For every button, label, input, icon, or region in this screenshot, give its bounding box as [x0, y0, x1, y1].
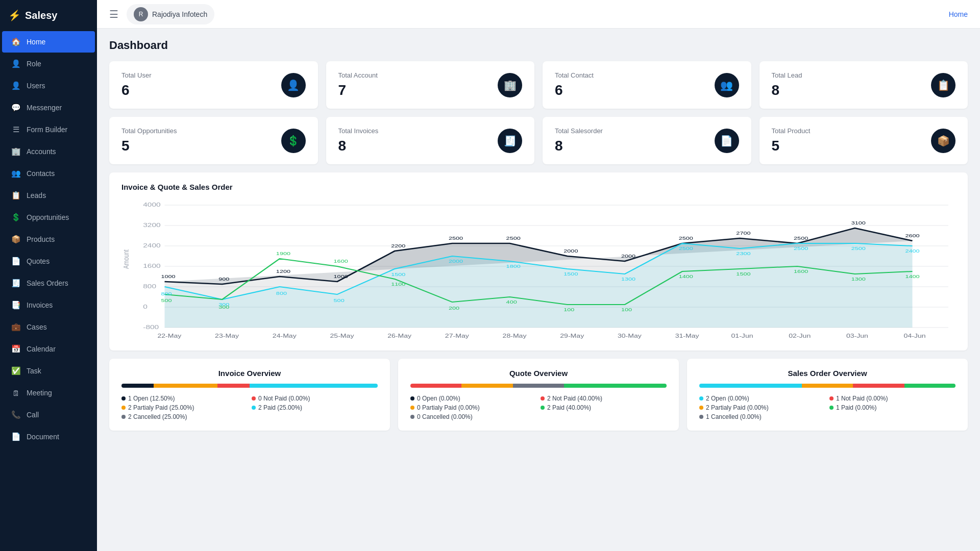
svg-text:02-Jun: 02-Jun: [789, 333, 811, 339]
overview-card-0: Invoice Overview 1 Open (12.50%) 0 Not P…: [109, 359, 390, 431]
overview-title-2: Sales Order Overview: [699, 369, 955, 378]
svg-text:22-May: 22-May: [157, 333, 182, 339]
legend-text: 2 Open (0.00%): [706, 395, 749, 402]
sidebar-label-sales-orders: Sales Orders: [27, 279, 68, 287]
sidebar-label-document: Document: [27, 433, 59, 441]
svg-text:1600: 1600: [143, 263, 160, 269]
stat-card-2: Total Contact 6 👥: [543, 61, 751, 109]
sidebar-label-meeting: Meeting: [27, 389, 52, 397]
quotes-icon: 📄: [11, 257, 20, 266]
legend-text: 2 Paid (40.00%): [547, 404, 591, 411]
sidebar-item-products[interactable]: 📦 Products: [2, 229, 95, 250]
legend-dot: [121, 396, 126, 400]
svg-text:26-May: 26-May: [387, 333, 412, 339]
overview-bar-0: [121, 384, 378, 388]
sidebar-item-task[interactable]: ✅ Task: [2, 360, 95, 382]
bar-segment: [121, 384, 154, 388]
sidebar-item-calendar[interactable]: 📅 Calendar: [2, 338, 95, 360]
svg-text:3200: 3200: [143, 222, 160, 228]
sidebar-item-invoices[interactable]: 📑 Invoices: [2, 294, 95, 316]
legend-item: 2 Paid (25.00%): [252, 404, 378, 411]
legend-dot: [829, 406, 834, 410]
legend-dot: [121, 415, 126, 419]
sidebar-item-quotes[interactable]: 📄 Quotes: [2, 251, 95, 272]
sidebar-item-role[interactable]: 👤 Role: [2, 53, 95, 74]
sidebar-item-contacts[interactable]: 👥 Contacts: [2, 163, 95, 184]
header: ☰ R Rajodiya Infotech Home: [97, 0, 980, 29]
legend-item: 2 Not Paid (40.00%): [541, 395, 667, 402]
legend-text: 1 Paid (0.00%): [836, 404, 876, 411]
chart-section: Invoice & Quote & Sales Order 4000 3200 …: [109, 172, 968, 350]
stat-label-4: Total Opportunities: [121, 127, 177, 135]
menu-icon[interactable]: ☰: [109, 8, 118, 20]
svg-text:31-May: 31-May: [675, 333, 700, 339]
stat-value-5: 8: [338, 138, 379, 154]
bar-segment: [410, 384, 461, 388]
legend-dot: [699, 396, 703, 400]
bar-segment: [217, 384, 250, 388]
svg-text:2700: 2700: [736, 231, 750, 236]
sidebar-label-quotes: Quotes: [27, 257, 50, 265]
sidebar-item-sales-orders[interactable]: 🧾 Sales Orders: [2, 272, 95, 294]
svg-text:27-May: 27-May: [445, 333, 470, 339]
stat-info-7: Total Product 5: [772, 127, 811, 154]
bar-segment: [250, 384, 378, 388]
legend-dot: [699, 406, 703, 410]
sidebar-item-cases[interactable]: 💼 Cases: [2, 316, 95, 338]
svg-text:2500: 2500: [794, 246, 808, 251]
stat-card-6: Total Salesorder 8 📄: [543, 117, 751, 164]
sidebar-item-accounts[interactable]: 🏢 Accounts: [2, 141, 95, 162]
sidebar-item-form-builder[interactable]: ☰ Form Builder: [2, 119, 95, 140]
svg-text:800: 800: [161, 291, 172, 296]
svg-text:1500: 1500: [391, 272, 405, 277]
form-builder-icon: ☰: [11, 125, 20, 134]
legend-dot: [410, 406, 414, 410]
legend-item: 0 Cancelled (0.00%): [410, 413, 536, 420]
stat-card-4: Total Opportunities 5 💲: [109, 117, 318, 164]
svg-text:2500: 2500: [679, 246, 693, 251]
sidebar-item-users[interactable]: 👤 Users: [2, 75, 95, 96]
overview-grid: Invoice Overview 1 Open (12.50%) 0 Not P…: [109, 359, 968, 431]
overview-bar-2: [699, 384, 955, 388]
legend-text: 2 Cancelled (25.00%): [128, 413, 187, 420]
legend-item: 2 Cancelled (25.00%): [121, 413, 248, 420]
stat-card-3: Total Lead 8 📋: [760, 61, 968, 109]
svg-text:-800: -800: [143, 324, 159, 330]
stat-value-3: 8: [772, 82, 802, 98]
sidebar-item-opportunities[interactable]: 💲 Opportunities: [2, 207, 95, 228]
svg-text:2400: 2400: [905, 248, 919, 254]
bar-segment: [853, 384, 904, 388]
overview-legend-2: 2 Open (0.00%) 1 Not Paid (0.00%) 2 Part…: [699, 395, 955, 420]
svg-text:500: 500: [161, 298, 172, 303]
sidebar-item-document[interactable]: 📄 Document: [2, 426, 95, 447]
svg-text:24-May: 24-May: [273, 333, 297, 339]
sales-orders-icon: 🧾: [11, 279, 20, 288]
accounts-icon: 🏢: [11, 147, 20, 156]
stat-value-6: 8: [555, 138, 603, 154]
svg-text:2500: 2500: [449, 236, 463, 241]
sidebar-nav: 🏠 Home 👤 Role 👤 Users 💬 Messenger ☰ Form…: [0, 31, 97, 448]
svg-text:2500: 2500: [506, 236, 521, 241]
svg-text:Amount: Amount: [121, 249, 130, 269]
legend-dot: [121, 406, 126, 410]
stat-icon-7: 📦: [931, 129, 955, 153]
bar-segment: [513, 384, 564, 388]
task-icon: ✅: [11, 366, 20, 375]
legend-item: 2 Paid (40.00%): [541, 404, 667, 411]
org-avatar: R: [134, 7, 148, 21]
sidebar-item-meeting[interactable]: 🗓 Meeting: [2, 382, 95, 404]
sidebar-item-leads[interactable]: 📋 Leads: [2, 185, 95, 206]
sidebar-label-leads: Leads: [27, 191, 46, 199]
stat-value-1: 7: [338, 82, 378, 98]
sidebar-item-call[interactable]: 📞 Call: [2, 404, 95, 425]
products-icon: 📦: [11, 235, 20, 244]
org-selector[interactable]: R Rajodiya Infotech: [127, 4, 214, 24]
legend-dot: [699, 415, 703, 419]
invoices-icon: 📑: [11, 300, 20, 310]
chart-svg: 4000 3200 2400 1600 800 0 -800 Amount: [121, 197, 955, 340]
legend-text: 2 Paid (25.00%): [258, 404, 302, 411]
stat-value-2: 6: [555, 82, 594, 98]
sidebar-item-messenger[interactable]: 💬 Messenger: [2, 97, 95, 118]
stat-info-3: Total Lead 8: [772, 71, 802, 98]
sidebar-item-home[interactable]: 🏠 Home: [2, 31, 95, 53]
